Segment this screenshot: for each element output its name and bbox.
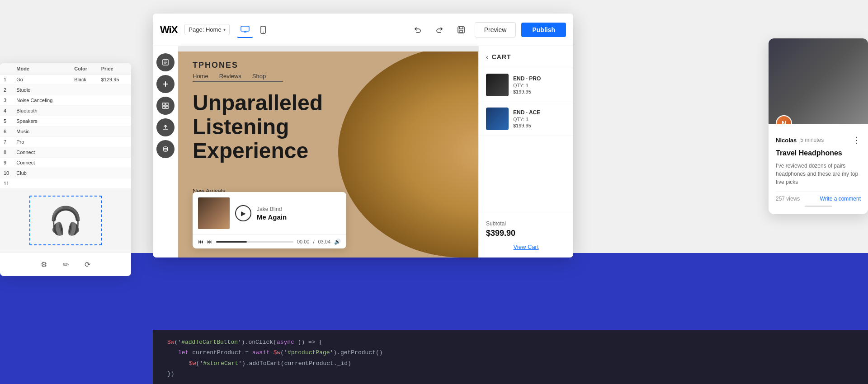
cart-item-2: END · ACE QTY: 1 $199.95 <box>479 102 573 136</box>
edit-icon[interactable]: ✏ <box>58 257 73 272</box>
cart-item-1: END · PRO QTY: 1 $199.95 <box>479 68 573 102</box>
svg-point-10 <box>163 147 168 149</box>
row-num: 7 <box>0 137 13 147</box>
prev-button[interactable]: ⏮ <box>198 239 203 245</box>
current-time: 00:00 <box>297 239 310 244</box>
blog-divider <box>805 206 832 207</box>
svg-rect-7 <box>166 103 168 105</box>
code-line-4: }) <box>167 369 854 379</box>
table-row: 10 Club <box>0 168 131 178</box>
cart-item-image-2 <box>486 108 509 130</box>
blog-photo-background <box>769 38 868 124</box>
page-label: Page: Home <box>189 26 221 33</box>
progress-bar[interactable] <box>216 241 293 243</box>
row-num: 11 <box>0 178 13 189</box>
table-row: 3 Noise Canceling <box>0 95 131 106</box>
row-color <box>71 168 98 178</box>
row-num: 6 <box>0 126 13 137</box>
cart-item-qty-1: QTY: 1 <box>513 83 541 88</box>
row-mode: Speakers <box>13 116 71 126</box>
row-mode: Club <box>13 168 71 178</box>
publish-button[interactable]: Publish <box>521 23 566 37</box>
time-separator: / <box>313 239 314 244</box>
table-row: 1 Go Black $129.95 <box>0 75 131 85</box>
cart-close-icon[interactable]: ‹ <box>486 53 488 61</box>
save-icon[interactable] <box>453 22 469 38</box>
row-color <box>71 147 98 158</box>
grid-icon[interactable] <box>156 97 175 115</box>
music-player: ▶ Jake Blind Me Again ⏮ ⏭ 00:00 / 03:04 … <box>193 192 346 248</box>
player-controls: ⏮ ⏭ 00:00 / 03:04 🔊 <box>193 234 346 248</box>
row-mode: Studio <box>13 85 71 95</box>
blog-excerpt: I've reviewed dozens of pairs headphones… <box>776 162 861 186</box>
code-obj-1: $w <box>167 339 175 346</box>
col-color: Color <box>71 63 98 75</box>
cart-item-qty-2: QTY: 1 <box>513 117 540 122</box>
preview-button[interactable]: Preview <box>475 22 516 37</box>
upload-icon[interactable] <box>156 118 175 136</box>
row-price <box>98 137 131 147</box>
page-selector[interactable]: Page: Home ▾ <box>184 24 229 35</box>
toolbar-actions: Preview Publish <box>410 22 566 38</box>
mobile-view-button[interactable] <box>255 22 271 38</box>
site-canvas: TPHONES Home Reviews Shop Unparalleled L… <box>178 46 573 258</box>
undo-button[interactable] <box>410 22 426 38</box>
nav-shop[interactable]: Shop <box>252 73 266 80</box>
row-price <box>98 106 131 116</box>
row-price <box>98 116 131 126</box>
volume-icon[interactable]: 🔊 <box>334 239 341 245</box>
row-price <box>98 126 131 137</box>
table-row: 2 Studio <box>0 85 131 95</box>
code-line-2: let currentProduct = await $w('#productP… <box>167 347 854 358</box>
panel-action-bar: ⚙ ✏ ⟳ <box>0 252 131 276</box>
cart-item-info-1: END · PRO QTY: 1 $199.95 <box>513 75 541 94</box>
player-song: Me Again <box>257 213 341 221</box>
player-thumb-image <box>198 197 230 229</box>
settings-icon[interactable]: ⚙ <box>37 257 51 272</box>
row-num: 5 <box>0 116 13 126</box>
player-top: ▶ Jake Blind Me Again <box>193 192 346 234</box>
cart-header: ‹ CART <box>479 46 573 68</box>
refresh-icon[interactable]: ⟳ <box>80 257 94 272</box>
row-color <box>71 178 98 189</box>
row-num: 2 <box>0 85 13 95</box>
add-icon[interactable] <box>156 75 175 93</box>
view-cart-button[interactable]: View Cart <box>486 244 566 250</box>
row-price <box>98 147 131 158</box>
row-mode: Bluetooth <box>13 106 71 116</box>
row-price <box>98 158 131 168</box>
blog-card: N Nicolas 5 minutes ⋮ Travel Headphones … <box>769 38 868 214</box>
wix-logo: WiX <box>160 24 177 36</box>
nav-reviews[interactable]: Reviews <box>219 73 241 80</box>
row-price <box>98 178 131 189</box>
blog-time: 5 minutes <box>800 137 824 143</box>
write-comment-button[interactable]: Write a comment <box>820 196 861 202</box>
row-num: 4 <box>0 106 13 116</box>
play-button[interactable]: ▶ <box>235 205 251 221</box>
cart-title: CART <box>492 53 511 61</box>
row-color <box>71 106 98 116</box>
row-price <box>98 85 131 95</box>
table-row: 9 Connect <box>0 158 131 168</box>
redo-button[interactable] <box>431 22 448 38</box>
device-switcher <box>237 22 271 38</box>
row-num: 9 <box>0 158 13 168</box>
database-icon[interactable] <box>156 140 175 158</box>
blog-more-button[interactable]: ⋮ <box>853 135 861 145</box>
row-price: $129.95 <box>98 75 131 85</box>
row-num: 10 <box>0 168 13 178</box>
row-price <box>98 168 131 178</box>
next-button[interactable]: ⏭ <box>207 239 212 245</box>
hero-title: Unparalleled Listening Experience <box>193 91 382 163</box>
blog-title: Travel Headphones <box>776 149 861 158</box>
table-row: 6 Music <box>0 126 131 137</box>
table-row: 5 Speakers <box>0 116 131 126</box>
row-mode: Music <box>13 126 71 137</box>
blog-footer: 257 views Write a comment <box>776 192 861 202</box>
row-color <box>71 158 98 168</box>
svg-rect-8 <box>163 106 165 108</box>
desktop-view-button[interactable] <box>237 22 253 38</box>
svg-rect-0 <box>241 26 249 31</box>
pages-icon[interactable] <box>156 53 175 71</box>
nav-home[interactable]: Home <box>193 73 208 80</box>
